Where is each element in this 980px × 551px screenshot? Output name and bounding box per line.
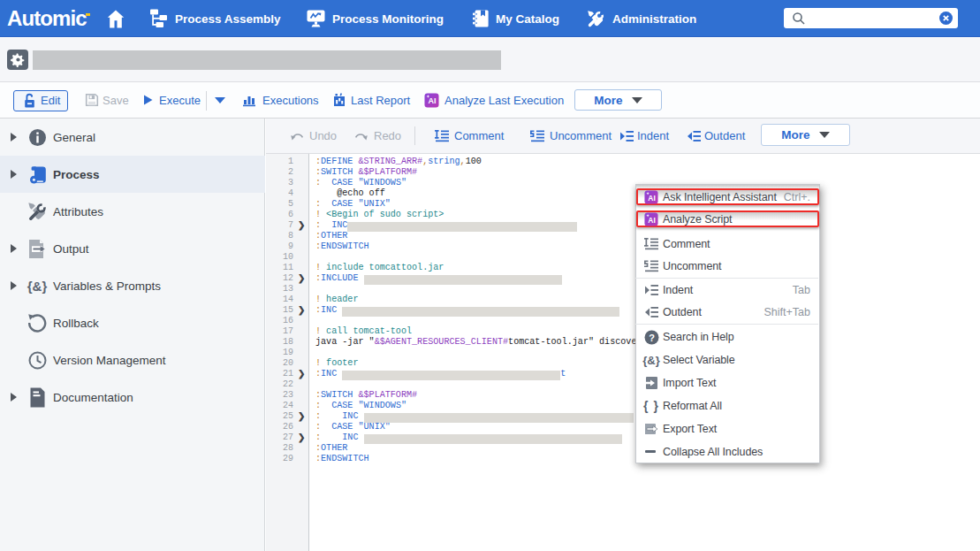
svg-text:AI: AI	[648, 215, 655, 224]
svg-text:AI: AI	[648, 193, 655, 202]
svg-text:AI: AI	[429, 96, 437, 105]
svg-text:?: ?	[649, 332, 655, 342]
